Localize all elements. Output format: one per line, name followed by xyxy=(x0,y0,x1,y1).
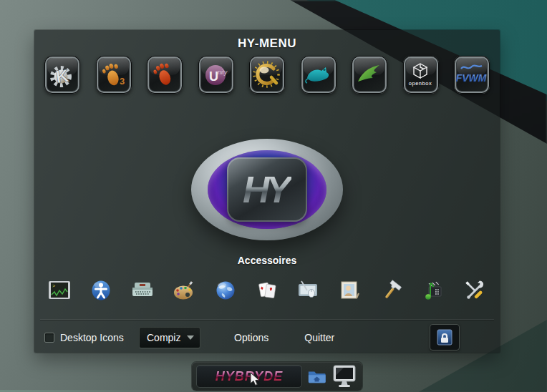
home-folder-icon xyxy=(307,368,327,385)
globe-icon xyxy=(213,278,238,303)
category-internet[interactable] xyxy=(213,278,238,303)
chevron-down-icon xyxy=(187,335,194,340)
category-photos[interactable] xyxy=(338,278,362,303)
system-monitor-icon: > xyxy=(47,278,72,303)
tablet-mouse-icon xyxy=(296,278,321,303)
unity-icon: U nity xyxy=(200,59,232,91)
lock-screen-button[interactable] xyxy=(430,324,460,351)
category-games[interactable] xyxy=(255,278,279,303)
hybryde-center-logo: HY xyxy=(191,139,343,240)
openbox-cube-icon: openbox xyxy=(405,59,437,91)
logo-plate: HY xyxy=(227,157,307,222)
playing-cards-icon xyxy=(255,278,279,303)
category-system-tools[interactable] xyxy=(463,278,487,303)
logo-monogram: HY xyxy=(243,168,291,211)
category-development[interactable] xyxy=(379,278,404,303)
panel-title: HY-MENU xyxy=(34,36,500,51)
fvwm-icon: FVWM xyxy=(456,59,488,91)
de-fvwm-button[interactable]: FVWM xyxy=(454,56,490,94)
logo-swirl: HY xyxy=(208,150,326,229)
category-multimedia[interactable] xyxy=(421,278,445,303)
de-openbox-button[interactable]: openbox xyxy=(403,56,439,94)
de-kde-button[interactable]: K xyxy=(44,56,80,94)
category-universal-access[interactable] xyxy=(89,278,113,303)
crossed-tools-icon xyxy=(463,278,487,303)
de-enlightenment-button[interactable] xyxy=(249,56,285,94)
paint-palette-icon xyxy=(172,278,196,303)
hybryde-logo: HYBRYDE xyxy=(216,369,284,384)
lock-screen-icon xyxy=(436,328,453,347)
multimedia-note-icon xyxy=(421,278,445,303)
gnome-foot-icon xyxy=(149,59,180,91)
mouse-cursor xyxy=(250,372,261,388)
svg-text:openbox: openbox xyxy=(408,80,431,87)
options-button[interactable]: Options xyxy=(234,332,268,343)
home-folder-button[interactable] xyxy=(307,368,327,385)
quit-button[interactable]: Quitter xyxy=(304,332,334,343)
desktop-icons-checkbox[interactable] xyxy=(44,333,54,343)
window-manager-value: Compiz xyxy=(147,332,187,343)
display-button[interactable] xyxy=(332,364,357,388)
svg-text:3: 3 xyxy=(120,76,125,87)
svg-text:>: > xyxy=(52,283,55,288)
universal-access-icon xyxy=(89,278,113,303)
category-settings[interactable] xyxy=(296,278,321,303)
de-gnome3-button[interactable]: 3 xyxy=(96,56,132,94)
de-gnome-button[interactable] xyxy=(147,56,183,94)
desktop-environment-row: K 3 xyxy=(44,56,490,96)
display-icon xyxy=(332,364,357,388)
category-label: Accessoires xyxy=(34,255,500,266)
hammer-icon xyxy=(379,278,404,303)
panel-separator xyxy=(40,319,494,320)
gnome3-foot-icon: 3 xyxy=(98,59,130,91)
photo-frame-icon xyxy=(338,278,362,303)
category-icon-row: > xyxy=(47,276,487,305)
lxde-swallow-icon xyxy=(354,59,385,91)
category-accessories[interactable]: > xyxy=(47,278,72,303)
window-manager-dropdown[interactable]: Compiz xyxy=(139,327,200,348)
svg-text:K: K xyxy=(54,64,70,86)
de-unity-button[interactable]: U nity xyxy=(198,56,234,94)
hybryde-menu-button[interactable]: HYBRYDE xyxy=(196,365,302,388)
typewriter-icon xyxy=(130,278,155,303)
svg-text:nity: nity xyxy=(218,69,228,76)
hy-menu-panel: HY-MENU K xyxy=(34,30,500,353)
taskbar: HYBRYDE xyxy=(192,362,362,391)
enlightenment-sun-icon xyxy=(251,59,283,91)
de-lxde-button[interactable] xyxy=(352,56,387,94)
svg-text:FVWM: FVWM xyxy=(456,72,487,84)
category-graphics[interactable] xyxy=(172,278,196,303)
panel-controls: Desktop Icons Compiz Options Quitter xyxy=(34,323,500,352)
xfce-mouse-icon xyxy=(303,59,334,91)
de-xfce-button[interactable] xyxy=(301,56,337,94)
category-office[interactable] xyxy=(130,278,155,303)
desktop-icons-label: Desktop Icons xyxy=(60,332,125,343)
kde-icon: K xyxy=(47,59,78,91)
